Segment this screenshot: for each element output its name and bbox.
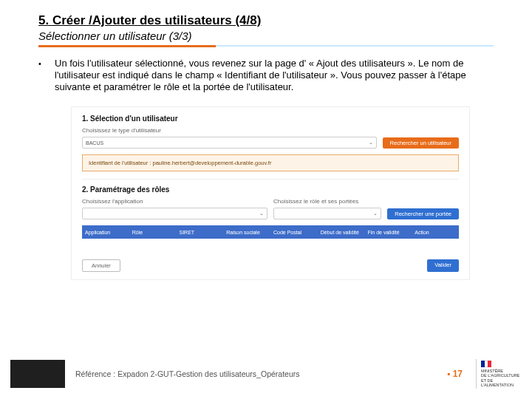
application-select[interactable]: ⌄ [82,208,267,219]
section2-sub-left: Choisissez l'application [82,198,267,205]
body-paragraph: Un fois l'utilisateur sélectionné, vous … [55,58,494,93]
chevron-down-icon: ⌄ [259,211,264,216]
th-raison: Raison sociale [223,230,270,235]
french-flag-icon [481,361,491,367]
divider-accent [38,45,216,47]
bullet-item: • Un fois l'utilisateur sélectionné, vou… [38,58,494,93]
th-role: Rôle [129,230,177,235]
section1-title: 1. Sélection d'un utilisateur [82,115,459,123]
th-application: Application [82,230,129,235]
search-scope-button[interactable]: Rechercher une portée [387,208,459,219]
embedded-screenshot: 1. Sélection d'un utilisateur Choisissez… [71,106,470,280]
th-action: Action [412,230,459,235]
page-number: ▪ 17 [447,369,463,379]
th-fin: Fin de validité [365,230,412,235]
ministry-logo: MINISTÈRE DE L'AGRICULTURE ET DE L'ALIME… [476,359,522,389]
identifier-box: Identifiant de l'utilisateur : pauline.h… [82,154,459,171]
cancel-button[interactable]: Annuler [82,259,120,272]
section2-title: 2. Paramétrage des rôles [82,185,459,194]
bullet-icon: • [38,58,44,93]
section2-sub-right: Choisissez le rôle et ses portées [273,198,459,205]
th-codepostal: Code Postal [270,230,318,235]
section-divider [82,179,459,180]
slide-footer: Référence : Expadon 2-GUT-Gestion des ut… [0,358,532,390]
ministry-line3: ET DE L'ALIMENTATION [481,378,522,387]
roles-table-header: Application Rôle SIRET Raison sociale Co… [82,225,459,239]
chevron-down-icon: ⌄ [369,140,373,146]
select-value: BACUS [86,140,103,146]
validate-button[interactable]: Valider [427,259,459,272]
chevron-down-icon: ⌄ [373,211,378,216]
user-type-select[interactable]: BACUS ⌄ [82,137,377,149]
franceagrimer-logo [10,360,65,388]
th-siret: SIRET [177,230,224,235]
role-select[interactable]: ⌄ [273,208,381,219]
footer-reference: Référence : Expadon 2-GUT-Gestion des ut… [75,369,447,378]
slide-subtitle: Sélectionner un utilisateur (3/3) [38,30,494,42]
th-debut: Début de validité [318,230,365,235]
slide-title: 5. Créer /Ajouter des utilisateurs (4/8) [38,13,494,28]
section1-subtitle: Choisissez le type d'utilisateur [82,127,459,134]
search-user-button[interactable]: Rechercher un utilisateur [383,137,459,149]
